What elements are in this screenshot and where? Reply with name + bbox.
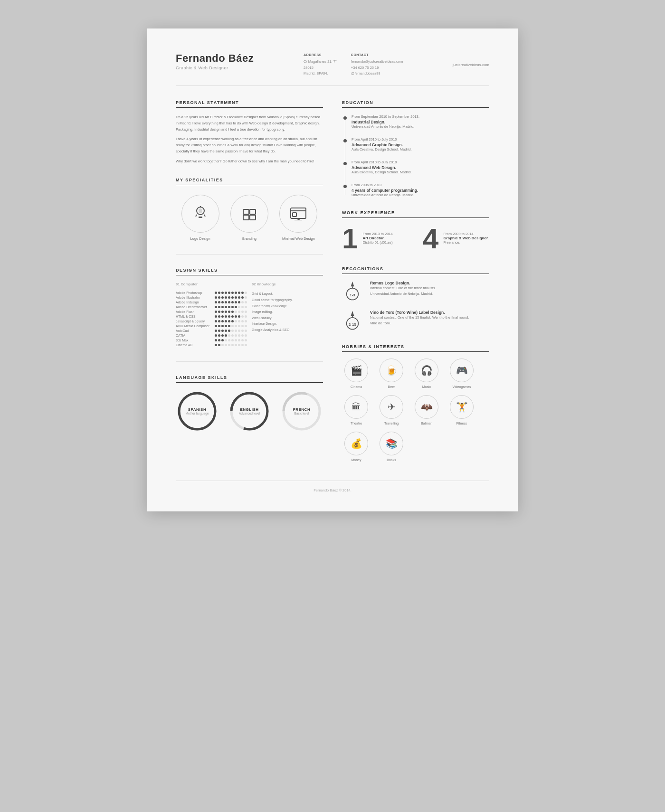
- skill-dots: [215, 292, 247, 294]
- filled-dot: [241, 292, 244, 294]
- lang-circle-wrap: FRENCH Basic level: [280, 390, 323, 433]
- specialities-title: MY SPECIALITIES: [176, 178, 323, 185]
- skill-dots: [215, 325, 247, 327]
- filled-dot: [218, 296, 220, 299]
- knowledge-item: Interface Design.: [252, 321, 323, 327]
- hobby-icon-travelling: ✈: [380, 395, 403, 419]
- timeline-degree: Industrial Design.: [352, 120, 489, 124]
- work-items: 1 From 2013 to 2014 Art Director. Distri…: [342, 225, 489, 253]
- filled-dot: [225, 325, 227, 327]
- filled-dot: [225, 320, 227, 322]
- language-circles: SPANISH Mother language ENGLISH Advanced…: [176, 390, 323, 433]
- left-column: PERSONAL STATEMENT I'm a 25 years old Ar…: [176, 100, 323, 462]
- spec-branding: Branding: [230, 195, 268, 241]
- timeline-date: From 2006 to 2010: [352, 183, 489, 187]
- lang-name: SPANISH: [188, 407, 206, 412]
- timeline-degree: Advanced Graphic Design.: [352, 142, 489, 147]
- lang-circle-wrap: ENGLISH Advanced level: [228, 390, 271, 433]
- filled-dot: [215, 320, 217, 322]
- filled-dot: [221, 306, 224, 308]
- empty-dot: [225, 344, 227, 346]
- hobby-item: 🦇 Batman: [412, 395, 441, 425]
- knowledge-col-title: 02 Knowledge: [252, 282, 323, 286]
- contact-label: Contact: [351, 52, 403, 58]
- filled-dot: [225, 292, 227, 294]
- skill-name: AVID Media Composer: [176, 324, 215, 328]
- skill-name: Adobe Indesign: [176, 301, 215, 304]
- medal-icon: 1-3: [342, 281, 363, 302]
- filled-dot: [228, 311, 230, 313]
- skill-row: 3ds Max: [176, 339, 247, 342]
- empty-dot: [235, 320, 237, 322]
- filled-dot: [221, 301, 224, 303]
- recog-info: Remus Logo Design. Internal contest. One…: [370, 281, 436, 297]
- empty-dot: [231, 339, 234, 341]
- timeline-item: From April 2010 to July 2010 Advanced We…: [352, 160, 489, 174]
- filled-dot: [235, 292, 237, 294]
- header: Fernando Báez Graphic & Web Designer Add…: [176, 52, 489, 86]
- timeline-school: Aula Creativa, Design School. Madrid.: [352, 170, 489, 174]
- empty-dot: [241, 301, 244, 303]
- knowledge-list: Grid & Layout.Good sense for typography.…: [252, 291, 323, 333]
- knowledge-col: 02 Knowledge Grid & Layout.Good sense fo…: [252, 282, 323, 348]
- empty-dot: [245, 339, 247, 341]
- header-contact-section: Address C/ Magallanes 21, 7°28015Madrid,…: [304, 52, 403, 77]
- svg-line-3: [204, 215, 205, 217]
- recog-title: Remus Logo Design.: [370, 281, 436, 285]
- filled-dot: [225, 301, 227, 303]
- filled-dot: [231, 292, 234, 294]
- recognitions-list: 1-3 Remus Logo Design. Internal contest.…: [342, 281, 489, 331]
- filled-dot: [221, 315, 224, 318]
- empty-dot: [238, 311, 240, 313]
- filled-dot: [215, 301, 217, 303]
- filled-dot: [225, 311, 227, 313]
- footer: Fernando Báez © 2014.: [176, 481, 489, 492]
- personal-statement-title: PERSONAL STATEMENT: [176, 100, 323, 108]
- timeline-date: From April 2010 to July 2010: [352, 137, 489, 142]
- empty-dot: [235, 325, 237, 327]
- knowledge-item: Color theory knowledge.: [252, 303, 323, 310]
- empty-dot: [245, 301, 247, 303]
- filled-dot: [231, 306, 234, 308]
- empty-dot: [241, 330, 244, 332]
- education-title: EDUCATION: [342, 100, 489, 108]
- filled-dot: [231, 311, 234, 313]
- filled-dot: [215, 315, 217, 318]
- work-date: From 2009 to 2014: [443, 232, 488, 236]
- hobby-item: 🎮 Videogames: [447, 359, 476, 388]
- skills-columns: 01 Computer Adobe PhotoshopAdobe Illustr…: [176, 282, 323, 348]
- filled-dot: [235, 301, 237, 303]
- empty-dot: [241, 306, 244, 308]
- filled-dot: [218, 301, 220, 303]
- filled-dot: [215, 296, 217, 299]
- timeline-date: From April 2010 to July 2010: [352, 160, 489, 164]
- empty-dot: [241, 311, 244, 313]
- personal-statement-p1: I'm a 25 years old Art Director & Freela…: [176, 114, 323, 132]
- person-title: Graphic & Web Designer: [176, 66, 254, 70]
- education-section: EDUCATION From September 2010 to Septemb…: [342, 100, 489, 197]
- filled-dot: [238, 292, 240, 294]
- skill-row: CATIA: [176, 334, 247, 337]
- work-date: From 2013 to 2014: [362, 232, 392, 236]
- knowledge-item: Google Analythics & SEO.: [252, 327, 323, 333]
- hobbies-title: HOBBIES & INTERESTS: [342, 344, 489, 352]
- computer-skills-col: 01 Computer Adobe PhotoshopAdobe Illustr…: [176, 282, 247, 348]
- header-website: justcreativeideas.com: [453, 63, 489, 67]
- filled-dot: [218, 330, 220, 332]
- recog-info: Vino de Toro (Toro Wine) Label Design. N…: [370, 310, 469, 326]
- timeline-item: From 2006 to 2010 4 years of computer pr…: [352, 183, 489, 197]
- svg-text:1-3: 1-3: [350, 293, 355, 297]
- empty-dot: [228, 334, 230, 337]
- filled-dot: [228, 315, 230, 318]
- skill-name: Adobe Dreamweaver: [176, 305, 215, 309]
- svg-line-2: [196, 215, 197, 217]
- hobby-item: 🏋 Fitness: [447, 395, 476, 425]
- filled-dot: [225, 315, 227, 318]
- lang-circle-inner: ENGLISH Advanced level: [228, 390, 271, 433]
- filled-dot: [221, 320, 224, 322]
- recognition-item: 1-3 Remus Logo Design. Internal contest.…: [342, 281, 489, 302]
- hobby-label: Travelling: [384, 422, 399, 425]
- personal-statement-p3: Why don't we work together? Go futher do…: [176, 159, 323, 165]
- svg-rect-4: [199, 217, 202, 218]
- skill-row: Adobe Indesign: [176, 301, 247, 304]
